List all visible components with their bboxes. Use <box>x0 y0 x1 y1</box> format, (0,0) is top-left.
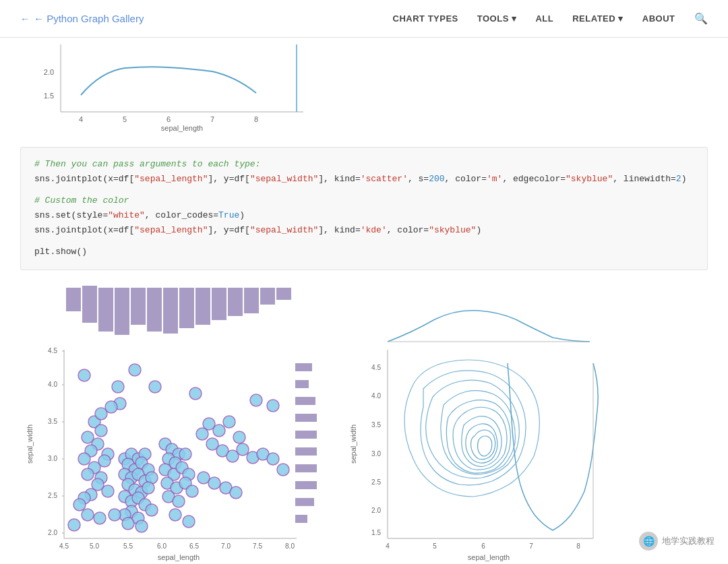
svg-point-117 <box>186 485 198 497</box>
svg-point-75 <box>82 509 94 521</box>
svg-point-109 <box>179 448 191 460</box>
svg-rect-27 <box>295 397 315 405</box>
svg-text:6.5: 6.5 <box>189 542 199 550</box>
scatter-chart-svg: 2.0 2.5 3.0 3.5 4.0 4.5 sepal_width <box>20 282 317 564</box>
svg-text:2.0: 2.0 <box>48 529 57 536</box>
svg-point-71 <box>102 485 114 497</box>
search-icon[interactable]: 🔍 <box>694 12 708 25</box>
svg-text:6: 6 <box>481 542 485 550</box>
svg-text:sepal_width: sepal_width <box>26 425 34 464</box>
svg-point-66 <box>78 453 90 465</box>
kde-chart-svg: 1.5 2.0 2.5 3.0 3.5 4.0 4.5 sepal_width … <box>344 282 607 564</box>
code-line-2: sns.jointplot(x=df["sepal_length"], y=df… <box>34 172 694 187</box>
svg-rect-34 <box>295 515 307 523</box>
charts-row: 2.0 2.5 3.0 3.5 4.0 4.5 sepal_width <box>20 282 708 564</box>
svg-rect-26 <box>295 380 309 388</box>
code-func-1: sns.jointplot(x=df[ <box>34 174 134 184</box>
nav-tools[interactable]: TOOLS ▾ <box>477 13 517 24</box>
svg-point-147 <box>169 509 181 521</box>
svg-point-103 <box>135 520 148 532</box>
svg-rect-31 <box>295 464 317 472</box>
svg-point-148 <box>183 515 195 528</box>
svg-text:sepal_length: sepal_length <box>158 553 200 561</box>
svg-text:8: 8 <box>254 115 258 123</box>
svg-point-74 <box>73 499 86 511</box>
svg-point-136 <box>198 472 210 484</box>
svg-point-98 <box>146 504 158 516</box>
svg-point-102 <box>122 518 134 530</box>
svg-rect-33 <box>295 498 314 506</box>
svg-text:3.5: 3.5 <box>48 418 57 425</box>
nav-about[interactable]: ABOUT <box>642 13 675 24</box>
svg-text:6: 6 <box>166 115 171 123</box>
svg-text:5.0: 5.0 <box>90 542 99 550</box>
svg-point-60 <box>95 425 107 437</box>
svg-point-68 <box>82 468 94 480</box>
svg-rect-17 <box>163 288 178 334</box>
code-line-7: plt.show() <box>34 245 694 259</box>
svg-text:4.5: 4.5 <box>48 347 57 354</box>
svg-text:3.5: 3.5 <box>371 421 381 429</box>
svg-text:sepal_length: sepal_length <box>468 553 510 561</box>
svg-text:7: 7 <box>210 115 214 123</box>
svg-point-143 <box>112 381 124 393</box>
svg-rect-30 <box>295 447 317 456</box>
svg-point-131 <box>237 443 249 456</box>
nav-chart-types[interactable]: CHART TYPES <box>393 13 458 24</box>
brand-text: ← Python Graph Gallery <box>34 13 144 24</box>
svg-text:5.5: 5.5 <box>123 542 133 550</box>
svg-text:8.0: 8.0 <box>285 542 295 550</box>
svg-rect-28 <box>295 414 317 422</box>
svg-text:4: 4 <box>386 542 390 550</box>
svg-text:8: 8 <box>576 542 580 550</box>
svg-text:7: 7 <box>529 542 533 550</box>
svg-rect-23 <box>260 288 275 305</box>
top-partial-chart: 1.5 2.0 4 5 6 7 8 sepal_length <box>20 38 708 135</box>
watermark: 🌐 地学实践教程 <box>639 532 715 551</box>
svg-text:4: 4 <box>79 115 83 123</box>
kde-chart-container: 1.5 2.0 2.5 3.0 3.5 4.0 4.5 sepal_width … <box>344 282 607 564</box>
svg-rect-24 <box>276 288 291 300</box>
code-line-4: sns.set(style="white", color_codes=True) <box>34 208 694 223</box>
svg-rect-25 <box>295 363 312 371</box>
svg-point-125 <box>223 416 235 428</box>
svg-rect-13 <box>98 288 113 332</box>
svg-point-93 <box>142 482 154 494</box>
svg-point-119 <box>173 495 185 507</box>
svg-rect-12 <box>82 286 97 323</box>
svg-point-144 <box>250 394 262 406</box>
svg-point-134 <box>267 453 279 465</box>
svg-point-127 <box>196 428 208 440</box>
svg-text:4.0: 4.0 <box>371 392 381 400</box>
brand-link[interactable]: ← ← Python Graph Gallery <box>20 13 144 24</box>
code-comment-2: # Custom the color <box>34 195 129 206</box>
code-line-5: sns.jointplot(x=df["sepal_length"], y=df… <box>34 223 694 238</box>
svg-point-146 <box>129 364 141 376</box>
svg-text:2.5: 2.5 <box>371 478 381 486</box>
svg-point-126 <box>233 431 245 443</box>
svg-text:1.5: 1.5 <box>371 529 381 536</box>
nav-related[interactable]: RELATED ▾ <box>572 13 624 24</box>
svg-point-139 <box>230 487 242 499</box>
watermark-icon: 🌐 <box>639 532 658 551</box>
svg-text:2.5: 2.5 <box>48 492 57 499</box>
svg-point-150 <box>189 387 202 400</box>
svg-text:4.0: 4.0 <box>48 381 57 388</box>
back-arrow-icon: ← <box>20 13 30 24</box>
svg-text:2.0: 2.0 <box>44 68 54 76</box>
svg-rect-32 <box>295 481 317 489</box>
svg-point-135 <box>277 464 289 476</box>
svg-point-122 <box>105 401 117 413</box>
code-comment-1: # Then you can pass arguments to each ty… <box>34 159 260 169</box>
scatter-chart-container: 2.0 2.5 3.0 3.5 4.0 4.5 sepal_width <box>20 282 317 564</box>
svg-rect-29 <box>295 431 317 439</box>
svg-text:3.0: 3.0 <box>48 455 57 462</box>
top-chart-svg: 1.5 2.0 4 5 6 7 8 sepal_length <box>20 38 310 132</box>
svg-rect-11 <box>66 288 81 311</box>
svg-rect-22 <box>244 288 259 313</box>
svg-rect-14 <box>115 288 129 335</box>
code-block: # Then you can pass arguments to each ty… <box>20 147 708 270</box>
svg-rect-18 <box>179 288 194 328</box>
svg-point-141 <box>78 369 90 381</box>
nav-all[interactable]: ALL <box>535 13 553 24</box>
